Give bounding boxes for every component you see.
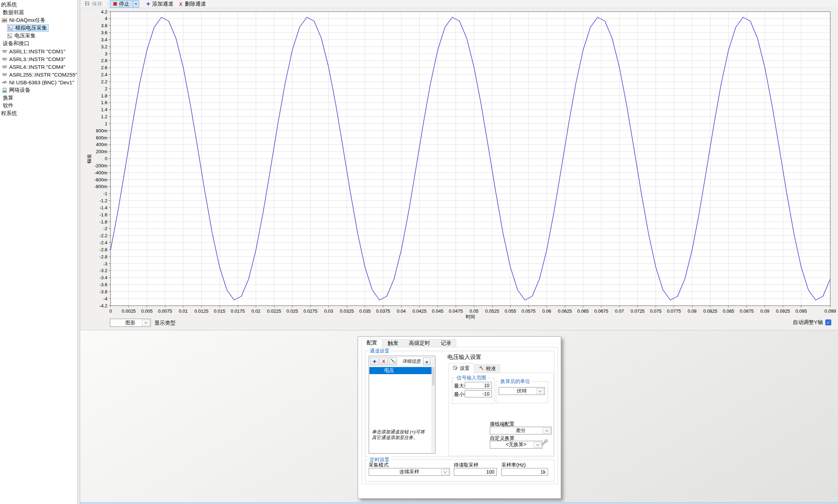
serial-port-icon xyxy=(2,56,8,62)
tab-trigger[interactable]: 触发 xyxy=(383,339,403,347)
svg-text:1: 1 xyxy=(105,121,107,126)
sidebar-item[interactable]: 换算 xyxy=(0,94,77,102)
sidebar-item[interactable]: 的系统 xyxy=(0,1,77,8)
tab-configuration[interactable]: 配置 xyxy=(362,338,382,348)
custom-scale-value: <无换算> xyxy=(506,442,526,448)
scrollbar-thumb[interactable] xyxy=(432,367,434,385)
svg-text:-1.8: -1.8 xyxy=(100,219,107,224)
svg-text:-4.2: -4.2 xyxy=(100,303,107,308)
svg-text:-2.2: -2.2 xyxy=(100,233,107,238)
display-type-dropdown[interactable]: 图形 xyxy=(110,319,151,327)
timing-settings-title: 定时设置 xyxy=(368,457,391,462)
check-icon: ✓ xyxy=(826,320,830,325)
svg-text:-2: -2 xyxy=(103,226,107,231)
scaled-units-dropdown[interactable]: 伏特 xyxy=(499,387,545,395)
sidebar-item[interactable]: 数据邻居 xyxy=(0,8,77,16)
waveform-task-icon xyxy=(8,25,14,31)
assign-channel-button[interactable] xyxy=(389,358,397,365)
svg-text:0.0575: 0.0575 xyxy=(522,308,536,314)
delete-x-icon: X xyxy=(179,1,183,7)
task-config-area: 配置触发高级定时记录 通道设置 + X xyxy=(80,330,838,504)
save-button[interactable]: 保存 xyxy=(82,0,105,8)
svg-text:400m: 400m xyxy=(96,142,107,147)
sidebar-item[interactable]: 设备和接口 xyxy=(0,40,77,47)
remove-channel-button[interactable]: X 删除通道 xyxy=(176,0,209,8)
toolbar-separator xyxy=(107,1,108,7)
voltage-input-tabbar: 设置校准 xyxy=(448,363,501,373)
stop-dropdown-arrow[interactable]: ▼ xyxy=(133,1,139,7)
svg-text:0.0475: 0.0475 xyxy=(449,308,463,314)
sidebar-item[interactable]: 程系统 xyxy=(0,109,77,117)
channel-rows: 电压 xyxy=(369,367,432,374)
sidebar-item[interactable]: ASRL4::INSTR "COM4" xyxy=(0,63,77,71)
svg-text:2.8: 2.8 xyxy=(101,58,107,63)
acquisition-mode-dropdown[interactable]: 连续采样 xyxy=(369,468,450,476)
vi-tab-label: 校准 xyxy=(486,366,496,372)
sidebar-item[interactable]: ASRL3::INSTR "COM3" xyxy=(0,55,77,63)
samples-to-read-field[interactable]: 100 xyxy=(454,468,497,476)
details-label: 详细信息 xyxy=(402,358,421,365)
autoscale-checkbox[interactable]: ✓ xyxy=(825,319,831,325)
svg-text:600m: 600m xyxy=(96,135,107,140)
details-more-button[interactable]: » xyxy=(423,358,430,365)
channel-list-scrollbar[interactable] xyxy=(432,356,435,453)
task-config-panel: 配置触发高级定时记录 通道设置 + X xyxy=(358,336,561,499)
svg-text:0: 0 xyxy=(105,156,107,161)
sidebar-item[interactable]: ASRL1::INSTR "COM1" xyxy=(0,47,77,55)
max-value-field[interactable]: 10 xyxy=(465,382,492,389)
save-label: 保存 xyxy=(92,1,102,7)
tab-settings[interactable]: 设置 xyxy=(448,363,474,373)
sidebar-item[interactable]: 电压采集 xyxy=(0,32,77,40)
svg-text:0.01: 0.01 xyxy=(179,308,188,314)
terminal-config-dropdown[interactable]: 差分 xyxy=(490,427,552,434)
serial-port-icon xyxy=(2,72,8,77)
sidebar-item[interactable]: ASRL255::INSTR "COM255" xyxy=(0,71,77,78)
sidebar-item-label: 换算 xyxy=(3,95,13,101)
sidebar-item[interactable]: NI USB-6363 (BNC) "Dev1" xyxy=(0,78,77,86)
sidebar-item-label: 数据邻居 xyxy=(3,9,24,16)
sidebar-item-label: ASRL1::INSTR "COM1" xyxy=(9,48,65,54)
wrench-icon[interactable] xyxy=(541,438,549,448)
sidebar-item[interactable]: NI-DAQmx任务 xyxy=(0,16,77,24)
svg-text:0.0275: 0.0275 xyxy=(303,308,317,314)
svg-text:0: 0 xyxy=(109,308,112,314)
custom-scale-dropdown[interactable]: <无换算> xyxy=(490,441,542,449)
svg-text:-1: -1 xyxy=(103,191,107,196)
autoscale-control: 自动调整Y轴 ✓ xyxy=(793,319,831,326)
svg-text:0.09: 0.09 xyxy=(760,308,769,314)
voltage-input-title: 电压输入设置 xyxy=(447,354,481,361)
calibration-hammer-icon xyxy=(479,366,484,372)
add-channel-button[interactable]: + 添加通道 xyxy=(143,0,176,8)
sample-rate-field[interactable]: 1k xyxy=(501,468,548,476)
stop-button[interactable]: 停止 xyxy=(110,1,133,7)
svg-text:0.07: 0.07 xyxy=(615,308,624,314)
configuration-tree: 的系统数据邻居NI-DAQmx任务模拟电压采集电压采集设备和接口ASRL1::I… xyxy=(0,0,78,504)
svg-text:0.065: 0.065 xyxy=(577,308,589,314)
sidebar-item[interactable]: 网络设备 xyxy=(0,86,77,94)
svg-text:-3.8: -3.8 xyxy=(100,289,107,294)
svg-text:-4: -4 xyxy=(103,296,107,301)
sidebar-item-label: 电压采集 xyxy=(14,32,36,39)
toolbar: 保存 停止 ▼ + 添加通道 X 删除通道 xyxy=(80,0,838,8)
sidebar-item-label: 网络设备 xyxy=(9,87,30,94)
sidebar-item-label: 的系统 xyxy=(1,1,17,8)
channel-row[interactable]: 电压 xyxy=(369,367,432,374)
tab-advanced-timing[interactable]: 高级定时 xyxy=(404,339,435,347)
main-panel: 保存 停止 ▼ + 添加通道 X 删除通道 4.243.83.63.43.232… xyxy=(80,0,838,504)
stop-icon xyxy=(113,2,117,6)
tab-calibration[interactable]: 校准 xyxy=(475,364,500,373)
usb-device-icon xyxy=(2,80,8,85)
settings-page-icon xyxy=(453,365,458,371)
svg-text:0.0875: 0.0875 xyxy=(739,308,754,314)
svg-text:1.4: 1.4 xyxy=(101,107,107,112)
svg-text:0.045: 0.045 xyxy=(432,308,444,314)
min-value-field[interactable]: -10 xyxy=(465,390,492,397)
tab-logging[interactable]: 记录 xyxy=(436,339,456,347)
remove-channel-label: 删除通道 xyxy=(185,1,206,7)
sidebar-item-label: NI-DAQmx任务 xyxy=(9,17,46,24)
svg-text:0.085: 0.085 xyxy=(723,308,735,314)
add-channel-small-button[interactable]: + xyxy=(370,358,379,365)
sidebar-item[interactable]: 模拟电压采集 xyxy=(0,24,77,32)
sidebar-item[interactable]: 软件 xyxy=(0,102,77,109)
remove-channel-small-button[interactable]: X xyxy=(380,358,388,365)
